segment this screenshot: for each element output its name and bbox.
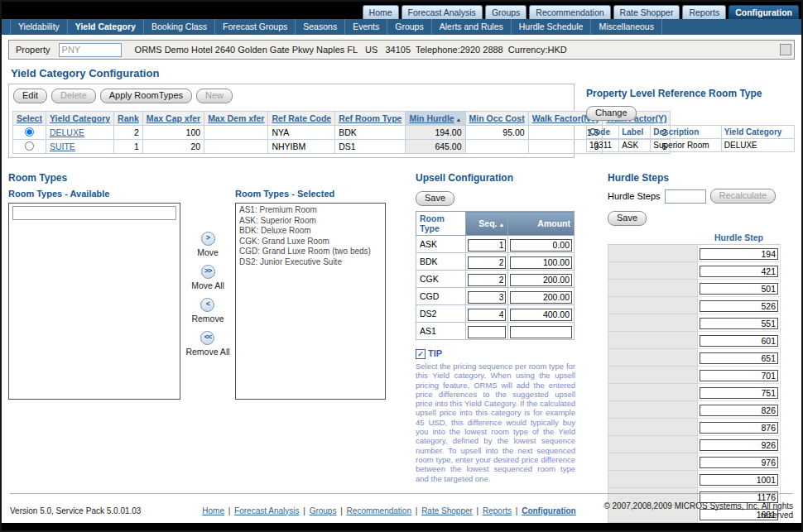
remove-all-icon[interactable]: << <box>200 331 214 345</box>
room-type-option[interactable]: AS1: Premium Room <box>236 205 385 216</box>
remove-icon[interactable]: < <box>200 298 214 312</box>
nav-item-yield-category[interactable]: Yield Category <box>68 19 144 35</box>
nav-item-groups[interactable]: Groups <box>387 19 431 35</box>
hurdle-step-input[interactable] <box>700 457 778 468</box>
nav-item-yieldability[interactable]: Yieldability <box>10 19 68 35</box>
property-bar-handle[interactable] <box>780 44 791 55</box>
upsell-amount-input[interactable] <box>510 239 572 252</box>
footer-link-rate-shopper[interactable]: Rate Shopper <box>421 506 473 515</box>
upsell-seq-input[interactable] <box>468 291 507 304</box>
footer-link-configuration[interactable]: Configuration <box>522 506 576 515</box>
tab-groups[interactable]: Groups <box>485 5 527 19</box>
upsell-amount-input[interactable] <box>510 326 572 338</box>
yield-category-link[interactable]: SUITE <box>50 141 75 151</box>
delete-button[interactable]: Delete <box>51 89 96 103</box>
hurdle-step-input[interactable] <box>700 439 778 451</box>
hurdle-step-input[interactable] <box>700 248 778 260</box>
hurdle-step-input[interactable] <box>700 474 778 486</box>
hurdle-step-input[interactable] <box>700 422 778 434</box>
hurdle-save-button-top[interactable]: Save <box>608 211 647 226</box>
hurdle-step-input[interactable] <box>700 266 778 277</box>
footer-link-home[interactable]: Home <box>202 506 224 515</box>
upsell-amount-input[interactable] <box>510 274 572 286</box>
hurdle-step-column-header[interactable]: Hurdle Step <box>698 231 781 245</box>
move-all-label: Move All <box>191 280 224 290</box>
tab-configuration[interactable]: Configuration <box>728 5 799 19</box>
hurdle-step-input[interactable] <box>700 318 778 329</box>
hurdle-step-row <box>608 245 781 262</box>
property-code-input[interactable] <box>59 43 122 57</box>
yield-col-select[interactable]: Select <box>13 112 46 126</box>
room-types-available-list[interactable] <box>8 203 180 400</box>
nav-item-hurdle-schedule[interactable]: Hurdle Schedule <box>512 19 592 35</box>
yield-category-link[interactable]: DELUXE <box>50 127 84 137</box>
hurdle-step-input[interactable] <box>700 405 778 416</box>
upsell-row: DS2 <box>416 305 575 323</box>
recalculate-button[interactable]: Recalculate <box>710 189 776 204</box>
edit-button[interactable]: Edit <box>13 89 47 103</box>
upsell-configuration-section: Upsell Configuration Save Room Type Seq.… <box>416 172 576 483</box>
move-icon[interactable]: > <box>201 232 215 246</box>
yield-col-max-dem-xfer[interactable]: Max Dem xfer <box>204 112 268 126</box>
nav-item-forecast-groups[interactable]: Forecast Groups <box>215 19 296 35</box>
yield-select-radio[interactable] <box>25 141 34 151</box>
room-type-option[interactable]: DS2: Junior Executive Suite <box>236 257 385 268</box>
room-type-option[interactable]: ASK: Superior Room <box>236 216 385 227</box>
hurdle-step-input[interactable] <box>700 335 778 347</box>
yield-col-yield-category[interactable]: Yield Category <box>46 112 113 126</box>
tab-forecast-analysis[interactable]: Forecast Analysis <box>402 5 483 19</box>
nav-item-seasons[interactable]: Seasons <box>296 19 345 35</box>
room-types-section: Room Types Room Types - Available >Move>… <box>8 172 391 400</box>
footer-link-groups[interactable]: Groups <box>310 506 337 515</box>
upsell-col-amount[interactable]: Amount <box>508 212 575 236</box>
hurdle-step-input[interactable] <box>700 370 778 381</box>
upsell-seq-input[interactable] <box>468 256 507 269</box>
upsell-amount-input[interactable] <box>510 291 572 304</box>
yield-col-ref-room-type[interactable]: Ref Room Type <box>335 112 406 126</box>
yield-table-row: SUITE120NHYIBMDS1645.0035 <box>13 140 671 154</box>
yield-col-max-cap-xfer[interactable]: Max Cap xfer <box>142 112 204 126</box>
room-types-selected-list[interactable]: AS1: Premium RoomASK: Superior RoomBDK: … <box>235 203 386 400</box>
upsell-seq-input[interactable] <box>468 326 507 338</box>
shuttle-controls: >Move>>Move All<Remove<<Remove All <box>180 189 235 400</box>
apply-roomtypes-button[interactable]: Apply RoomTypes <box>100 89 192 103</box>
tab-home[interactable]: Home <box>363 5 399 19</box>
nav-item-booking-class[interactable]: Booking Class <box>144 19 215 35</box>
footer-link-reports[interactable]: Reports <box>483 506 512 515</box>
yield-col-min-hurdle[interactable]: Min Hurdle ▲ <box>406 112 465 126</box>
tab-reports[interactable]: Reports <box>682 5 726 19</box>
hurdle-step-input[interactable] <box>700 352 778 364</box>
move-all-icon[interactable]: >> <box>201 265 215 279</box>
nav-item-alerts-and-rules[interactable]: Alerts and Rules <box>432 19 512 35</box>
upsell-col-seq[interactable]: Seq.▲ <box>465 212 508 236</box>
hurdle-step-input[interactable] <box>700 283 778 295</box>
upsell-amount-input[interactable] <box>510 256 572 269</box>
hurdle-step-input[interactable] <box>700 387 778 399</box>
change-button[interactable]: Change <box>586 106 637 121</box>
footer-link-recommendation[interactable]: Recommendation <box>347 506 411 515</box>
new-button[interactable]: New <box>196 89 233 103</box>
hurdle-step-input[interactable] <box>700 300 778 312</box>
tab-rate-shopper[interactable]: Rate Shopper <box>613 5 680 19</box>
nav-item-miscellaneous[interactable]: Miscellaneous <box>591 19 662 35</box>
hurdle-steps-input[interactable] <box>665 189 706 204</box>
footer-link-forecast-analysis[interactable]: Forecast Analysis <box>234 506 299 515</box>
room-type-option[interactable]: CGD: Grand Luxe Room (two beds) <box>236 247 385 257</box>
ref-col-label: Label <box>619 126 651 139</box>
yield-table-row: DELUXE2100NYABDK194.0095.001.52 <box>13 126 671 140</box>
footer-links: Home | Forecast Analysis | Groups | Reco… <box>192 506 586 515</box>
upsell-save-button[interactable]: Save <box>416 191 454 206</box>
upsell-amount-input[interactable] <box>510 309 572 321</box>
yield-col-rank[interactable]: Rank <box>114 112 143 126</box>
yield-col-ref-rate-code[interactable]: Ref Rate Code <box>268 112 335 126</box>
room-type-option[interactable]: BDK: Deluxe Room <box>236 226 385 237</box>
upsell-seq-input[interactable] <box>468 274 507 286</box>
upsell-seq-input[interactable] <box>468 309 507 321</box>
yield-col-min-occ-cost[interactable]: Min Occ Cost <box>465 112 528 126</box>
tab-recommendation[interactable]: Recommendation <box>529 5 610 19</box>
reference-room-panel: Property Level Reference Room Type Chang… <box>586 84 795 152</box>
nav-item-events[interactable]: Events <box>345 19 387 35</box>
upsell-seq-input[interactable] <box>468 239 507 252</box>
yield-select-radio[interactable] <box>25 127 34 137</box>
room-type-option[interactable]: CGK: Grand Luxe Room <box>236 237 385 247</box>
